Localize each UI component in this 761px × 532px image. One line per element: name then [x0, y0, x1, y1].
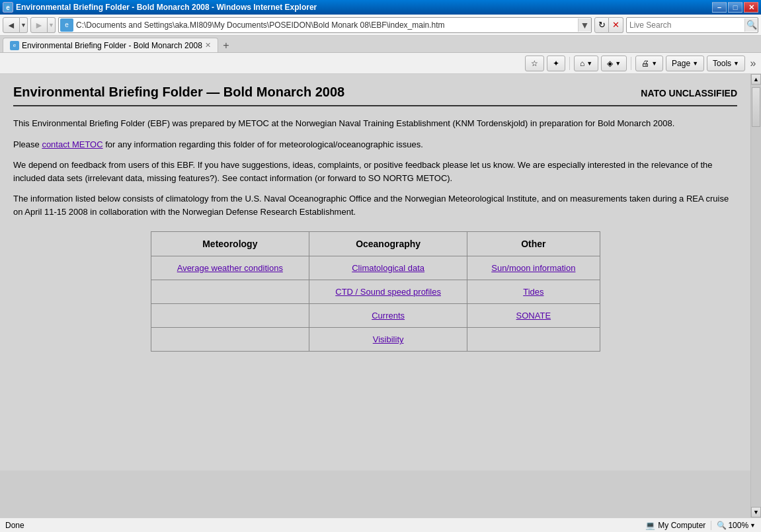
oceanography-link[interactable]: CTD / Sound speed profiles — [335, 287, 441, 297]
address-dropdown[interactable]: ▼ — [578, 19, 591, 32]
intro2-post: for any information regarding this folde… — [103, 139, 423, 149]
other-cell — [467, 328, 600, 352]
address-input[interactable] — [73, 20, 578, 30]
computer-label: My Computer — [658, 521, 705, 530]
add-favorites-icon: ✦ — [553, 59, 559, 68]
other-header: Other — [467, 232, 600, 256]
page-dropdown-icon: ▼ — [692, 60, 698, 67]
scroll-thumb[interactable] — [752, 87, 760, 127]
back-dropdown[interactable]: ▼ — [20, 17, 28, 33]
intro-paragraph-4: The information listed below consists of… — [13, 192, 737, 218]
scroll-track[interactable] — [751, 85, 761, 507]
status-bar: Done 💻 My Computer 🔍 100% ▼ — [0, 517, 761, 532]
feeds-icon: ◈ — [607, 59, 613, 68]
other-link[interactable]: SONATE — [516, 311, 551, 321]
page-title-section: Environmental Briefing Folder — Bold Mon… — [13, 85, 737, 106]
ie-icon: e — [3, 2, 13, 13]
tabs-bar: e Environmental Briefing Folder - Bold M… — [0, 36, 761, 53]
meteorology-cell — [151, 280, 309, 304]
table-row: CurrentsSONATE — [151, 304, 600, 328]
address-field[interactable]: e ▼ — [58, 17, 592, 33]
scroll-up-button[interactable]: ▲ — [751, 74, 761, 85]
minimize-button[interactable]: – — [712, 2, 727, 13]
home-button[interactable]: ⌂ ▼ — [574, 56, 598, 71]
oceanography-link[interactable]: Visibility — [373, 334, 404, 344]
tools-button[interactable]: Tools ▼ — [707, 56, 745, 71]
tab-favicon: e — [10, 41, 19, 50]
zoom-control[interactable]: 🔍 100% ▼ — [711, 521, 756, 530]
contact-metoc-link[interactable]: contact METOC — [42, 139, 102, 149]
address-bar: ◄ ▼ ► ▼ e ▼ ↻ ✕ 🔍 — [0, 15, 761, 36]
active-tab[interactable]: e Environmental Briefing Folder - Bold M… — [3, 38, 218, 52]
computer-status: 💻 My Computer — [645, 521, 705, 530]
refresh-stop-group: ↻ ✕ — [594, 17, 623, 33]
feeds-button[interactable]: ◈ ▼ — [601, 56, 627, 71]
new-tab-button[interactable]: + — [220, 39, 233, 52]
scroll-down-button[interactable]: ▼ — [751, 507, 761, 517]
oceanography-cell: Visibility — [309, 328, 467, 352]
oceanography-link[interactable]: Currents — [372, 311, 405, 321]
oceanography-cell: Currents — [309, 304, 467, 328]
print-icon: 🖨 — [641, 59, 649, 68]
oceanography-cell: CTD / Sound speed profiles — [309, 280, 467, 304]
other-link[interactable]: Sun/moon information — [491, 263, 575, 273]
search-button[interactable]: 🔍 — [744, 19, 758, 32]
meteorology-link[interactable]: Average weather conditions — [177, 263, 283, 273]
zoom-level: 100% — [728, 521, 748, 530]
tools-dropdown-icon: ▼ — [733, 60, 739, 67]
oceanography-link[interactable]: Climatological data — [352, 263, 424, 273]
stop-button[interactable]: ✕ — [609, 17, 623, 33]
close-button[interactable]: ✕ — [744, 2, 758, 13]
favorites-add-button[interactable]: ✦ — [547, 56, 565, 71]
title-bar-left: e Environmental Briefing Folder - Bold M… — [3, 2, 317, 13]
toolbar: ☆ ✦ ⌂ ▼ ◈ ▼ 🖨 ▼ Page ▼ Tools ▼ » — [0, 53, 761, 74]
content-area: Environmental Briefing Folder — Bold Mon… — [0, 74, 761, 517]
nato-label: NATO UNCLASSIFIED — [641, 88, 737, 98]
tab-close-button[interactable]: ✕ — [205, 41, 211, 50]
tools-label: Tools — [713, 59, 731, 68]
window-title: Environmental Briefing Folder - Bold Mon… — [16, 3, 317, 12]
page-button[interactable]: Page ▼ — [666, 56, 704, 71]
intro-paragraph-1: This Environmental Briefing Folder (EBF)… — [13, 117, 737, 130]
other-cell: Sun/moon information — [467, 256, 600, 280]
oceanography-header: Oceanography — [309, 232, 467, 256]
forward-button[interactable]: ► — [30, 17, 48, 33]
page-title: Environmental Briefing Folder — Bold Mon… — [13, 85, 344, 100]
forward-button-group: ► ▼ — [30, 17, 56, 33]
page-content: Environmental Briefing Folder — Bold Mon… — [0, 74, 750, 517]
meteorology-cell — [151, 328, 309, 352]
intro-paragraph-2: Please contact METOC for any information… — [13, 138, 737, 151]
zoom-dropdown-icon: ▼ — [750, 522, 756, 529]
meteorology-header: Meteorology — [151, 232, 309, 256]
toolbar-expand-button[interactable]: » — [748, 57, 758, 69]
nav-button-group: ◄ ▼ — [3, 17, 28, 33]
page-favicon: e — [60, 19, 73, 32]
search-input[interactable] — [627, 20, 744, 30]
refresh-button[interactable]: ↻ — [594, 17, 609, 33]
feeds-dropdown-icon: ▼ — [615, 60, 621, 67]
other-cell: Tides — [467, 280, 600, 304]
table-row: Visibility — [151, 328, 600, 352]
star-icon: ☆ — [531, 59, 538, 68]
home-dropdown-icon: ▼ — [586, 60, 592, 67]
computer-icon: 💻 — [645, 521, 655, 530]
tab-label: Environmental Briefing Folder - Bold Mon… — [22, 41, 202, 50]
forward-dropdown[interactable]: ▼ — [48, 17, 56, 33]
intro2-pre: Please — [13, 139, 42, 149]
other-link[interactable]: Tides — [523, 287, 543, 297]
page-inner: Environmental Briefing Folder — Bold Mon… — [0, 74, 750, 471]
meteorology-cell — [151, 304, 309, 328]
maximize-button[interactable]: □ — [728, 2, 742, 13]
search-field[interactable]: 🔍 — [626, 17, 758, 33]
back-button[interactable]: ◄ — [3, 17, 20, 33]
print-dropdown-icon: ▼ — [651, 60, 657, 67]
favorites-star-button[interactable]: ☆ — [525, 56, 544, 71]
title-bar-buttons: – □ ✕ — [712, 2, 758, 13]
print-button[interactable]: 🖨 ▼ — [635, 56, 663, 71]
page-label: Page — [672, 59, 690, 68]
status-right: 💻 My Computer 🔍 100% ▼ — [645, 521, 756, 530]
meteorology-cell: Average weather conditions — [151, 256, 309, 280]
vertical-scrollbar[interactable]: ▲ ▼ — [750, 74, 761, 517]
zoom-icon: 🔍 — [717, 521, 727, 530]
intro-paragraph-3: We depend on feedback from users of this… — [13, 159, 737, 184]
